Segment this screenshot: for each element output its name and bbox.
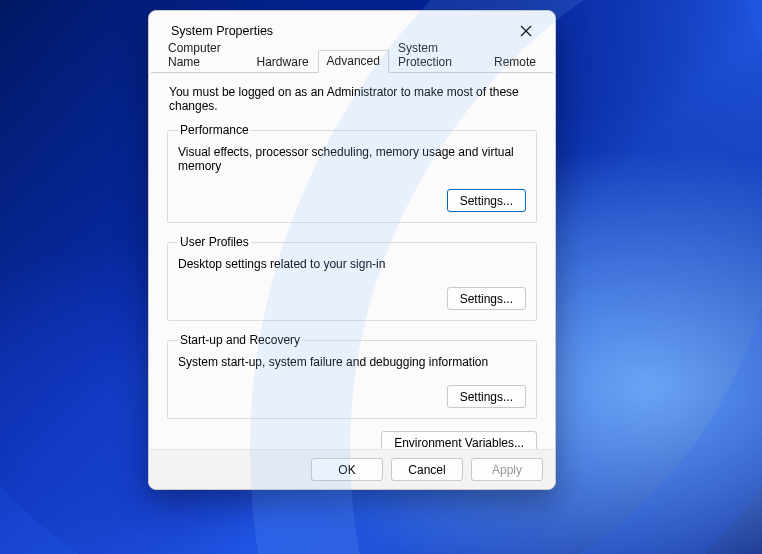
ok-button[interactable]: OK [311,458,383,481]
group-startup-recovery-desc: System start-up, system failure and debu… [178,355,526,369]
group-performance-desc: Visual effects, processor scheduling, me… [178,145,526,173]
window-title: System Properties [171,24,273,38]
group-performance-legend: Performance [178,123,251,137]
svg-line-0 [521,26,531,36]
tab-hardware[interactable]: Hardware [248,51,318,73]
group-startup-recovery-legend: Start-up and Recovery [178,333,302,347]
group-user-profiles-legend: User Profiles [178,235,251,249]
environment-variables-button[interactable]: Environment Variables... [381,431,537,449]
group-performance: Performance Visual effects, processor sc… [167,123,537,223]
tab-strip: Computer Name Hardware Advanced System P… [151,51,553,73]
group-startup-recovery: Start-up and Recovery System start-up, s… [167,333,537,419]
startup-recovery-settings-button[interactable]: Settings... [447,385,526,408]
apply-button[interactable]: Apply [471,458,543,481]
tab-computer-name[interactable]: Computer Name [159,37,248,73]
performance-settings-button[interactable]: Settings... [447,189,526,212]
system-properties-dialog: System Properties Computer Name Hardware… [148,10,556,490]
tab-advanced[interactable]: Advanced [318,50,389,73]
user-profiles-settings-button[interactable]: Settings... [447,287,526,310]
group-user-profiles-desc: Desktop settings related to your sign-in [178,257,526,271]
group-user-profiles: User Profiles Desktop settings related t… [167,235,537,321]
dialog-footer: OK Cancel Apply [149,449,555,489]
close-button[interactable] [511,16,541,46]
tab-system-protection[interactable]: System Protection [389,37,485,73]
close-icon [520,25,532,37]
desktop-wallpaper: System Properties Computer Name Hardware… [0,0,762,554]
admin-info-text: You must be logged on as an Administrato… [169,85,537,113]
tab-body-advanced: You must be logged on as an Administrato… [149,73,555,449]
svg-line-1 [521,26,531,36]
tab-remote[interactable]: Remote [485,51,545,73]
cancel-button[interactable]: Cancel [391,458,463,481]
